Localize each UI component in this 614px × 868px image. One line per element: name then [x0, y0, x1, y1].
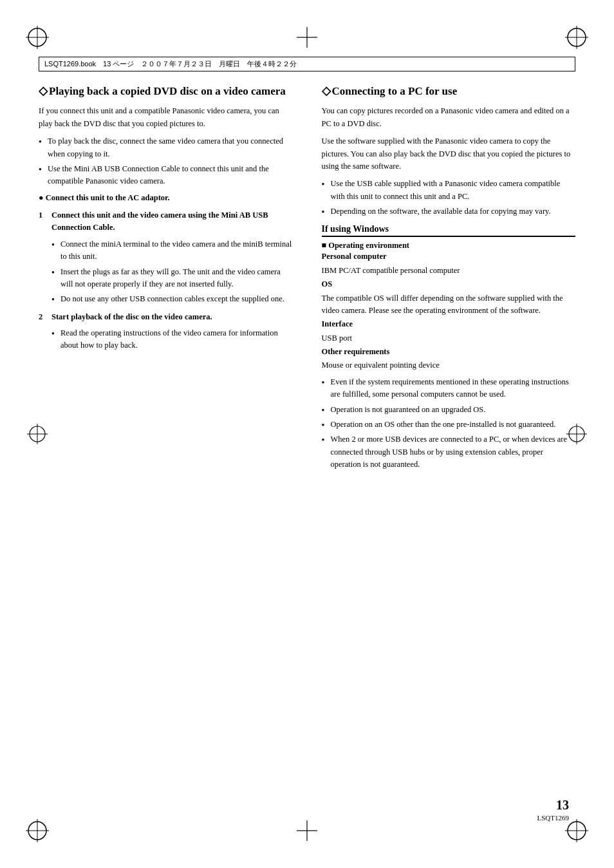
bold-instruction: ● Connect this unit to the AC adaptor. [39, 192, 293, 204]
left-bullet-list: To play back the disc, connect the same … [39, 135, 293, 188]
env-section: ■ Operating environment Personal compute… [322, 241, 576, 372]
interface-value: USB port [322, 332, 576, 344]
left-column: ◇Playing back a copied DVD disc on a vid… [39, 84, 299, 784]
step-2-header: 2 Start playback of the disc on the vide… [39, 311, 293, 323]
left-section-title: ◇Playing back a copied DVD disc on a vid… [39, 84, 293, 99]
interface-label: Interface [322, 318, 576, 330]
right-intro2: Use the software supplied with the Panas… [322, 135, 576, 173]
step-2: 2 Start playback of the disc on the vide… [39, 311, 293, 352]
page-code: LSQT1269 [537, 814, 570, 822]
header-bar: LSQT1269.book 13 ページ ２００７年７月２３日 月曜日 午後４時… [39, 57, 575, 71]
other-req-label: Other requirements [322, 346, 576, 358]
right-bullet-list-2: Even if the system requirements mentione… [322, 376, 576, 471]
reg-mark-bottom-left [26, 819, 49, 842]
right-bullet-list-1: Use the USB cable supplied with a Panaso… [322, 178, 576, 218]
reg-mark-bottom-center [295, 819, 319, 842]
step-1-bullets: Connect the miniA terminal to the video … [51, 238, 293, 306]
reg-mark-top-right [565, 26, 588, 49]
step-1-header: 1 Connect this unit and the video camera… [39, 209, 293, 234]
list-item: When 2 or more USB devices are connected… [322, 433, 576, 471]
pc-label: Personal computer [322, 250, 576, 263]
list-item: Depending on the software, the available… [322, 205, 576, 218]
other-req-value: Mouse or equivalent pointing device [322, 359, 576, 372]
list-item: Connect the miniA terminal to the video … [51, 238, 293, 263]
list-item: Operation is not guaranteed on an upgrad… [322, 404, 576, 416]
list-item: Operation on an OS other than the one pr… [322, 419, 576, 431]
step-2-bullets: Read the operating instructions of the v… [51, 327, 293, 352]
env-header: ■ Operating environment [322, 241, 576, 250]
right-section-title: ◇Connecting to a PC for use [322, 84, 576, 99]
reg-mark-top-left [26, 26, 49, 49]
os-label: OS [322, 278, 576, 290]
right-diamond: ◇ [322, 84, 331, 97]
right-column: ◇Connecting to a PC for use You can copy… [319, 84, 576, 784]
left-diamond: ◇ [39, 84, 48, 97]
main-content: ◇Playing back a copied DVD disc on a vid… [39, 84, 575, 784]
step-1: 1 Connect this unit and the video camera… [39, 209, 293, 306]
list-item: Do not use any other USB connection cabl… [51, 293, 293, 305]
list-item: Use the USB cable supplied with a Panaso… [322, 178, 576, 203]
reg-mark-top-center [295, 26, 319, 49]
left-intro: If you connect this unit and a compatibl… [39, 105, 293, 130]
list-item: To play back the disc, connect the same … [39, 135, 293, 160]
list-item: Read the operating instructions of the v… [51, 327, 293, 352]
header-text: LSQT1269.book 13 ページ ２００７年７月２３日 月曜日 午後４時… [44, 59, 297, 69]
page-footer: 13 LSQT1269 [537, 798, 570, 823]
os-value: The compatible OS will differ depending … [322, 292, 576, 317]
list-item: Insert the plugs as far as they will go.… [51, 266, 293, 291]
subsection-title: If using Windows [322, 224, 576, 237]
pc-value: IBM PC/AT compatible personal computer [322, 265, 576, 277]
right-intro1: You can copy pictures recorded on a Pana… [322, 105, 576, 130]
list-item: Even if the system requirements mentione… [322, 376, 576, 401]
page-number: 13 [537, 798, 570, 813]
list-item: Use the Mini AB USB Connection Cable to … [39, 163, 293, 188]
